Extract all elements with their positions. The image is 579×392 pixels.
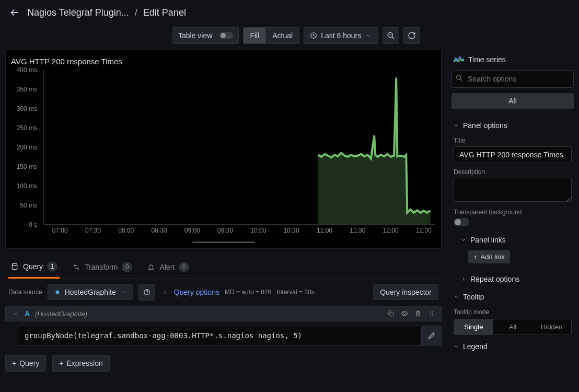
- datasource-select[interactable]: HostedGraphite: [48, 284, 133, 300]
- y-tick: 250 ms: [17, 124, 37, 132]
- back-button[interactable]: [8, 6, 21, 19]
- query-row-header: A (HostedGraphite): [5, 306, 442, 321]
- ds-help-button[interactable]: [138, 284, 155, 301]
- tab-transform[interactable]: Transform 0: [70, 257, 134, 278]
- x-tick: 11:30: [350, 227, 365, 234]
- description-field-label: Description: [454, 168, 572, 176]
- svg-point-6: [403, 313, 406, 315]
- panel-description-input[interactable]: [454, 178, 572, 202]
- y-tick: 50 ms: [20, 202, 37, 209]
- x-tick: 07:00: [52, 227, 68, 234]
- chevron-right-icon: [461, 276, 466, 282]
- md-hint: MD = auto = 826: [225, 289, 271, 296]
- y-tick: 100 ms: [17, 182, 37, 190]
- tooltip-mode-single[interactable]: Single: [454, 319, 493, 335]
- eye-icon[interactable]: [400, 309, 409, 318]
- legend-section[interactable]: Legend: [454, 340, 572, 353]
- tooltip-section[interactable]: Tooltip: [454, 291, 572, 303]
- x-tick: 08:00: [118, 227, 134, 234]
- breadcrumb-dashboard[interactable]: Nagios Telegraf Plugin...: [27, 7, 129, 18]
- svg-point-11: [430, 315, 431, 316]
- chart[interactable]: 0 s50 ms100 ms150 ms200 ms250 ms300 ms35…: [10, 70, 437, 237]
- x-tick: 12:00: [383, 227, 399, 234]
- timeseries-icon: [454, 56, 463, 63]
- time-range-picker[interactable]: Last 6 hours: [304, 27, 378, 44]
- graphite-icon: [53, 288, 62, 296]
- svg-point-10: [432, 313, 433, 314]
- plus-icon: +: [473, 253, 478, 261]
- tooltip-mode-label: Tooltip mode: [454, 308, 572, 316]
- panel-title-input[interactable]: [454, 146, 572, 163]
- toggle-off-icon: [219, 32, 233, 39]
- plus-icon: +: [12, 359, 16, 367]
- panel-links-section[interactable]: Panel links: [461, 234, 572, 246]
- add-expression-button[interactable]: + Expression: [52, 355, 109, 372]
- panel-options-section[interactable]: Panel options: [454, 119, 572, 132]
- tooltip-mode-group: SingleAllHidden: [454, 319, 572, 335]
- all-tab-button[interactable]: All: [451, 93, 574, 109]
- tooltip-mode-hidden[interactable]: Hidden: [532, 319, 571, 335]
- query-text-input[interactable]: groupByNode(telegraf.sandbox-agg-0003.HT…: [18, 326, 422, 345]
- svg-point-7: [430, 312, 431, 313]
- y-tick: 400 ms: [17, 66, 37, 74]
- viz-type-picker[interactable]: Time series: [446, 49, 579, 70]
- chevron-down-icon: [364, 31, 373, 40]
- plus-icon: +: [59, 359, 63, 367]
- title-field-label: Title: [454, 137, 572, 144]
- repeat-options-section[interactable]: Repeat options: [461, 273, 572, 285]
- y-tick: 0 s: [29, 221, 37, 228]
- refresh-button[interactable]: [403, 27, 420, 44]
- breadcrumb-page: Edit Panel: [143, 7, 186, 18]
- x-tick: 07:30: [85, 227, 101, 234]
- trash-icon[interactable]: [414, 309, 422, 318]
- drag-handle-icon[interactable]: [427, 309, 436, 318]
- chevron-down-icon: [119, 288, 128, 296]
- table-view-label: Table view: [178, 31, 212, 40]
- tab-query[interactable]: Query 1: [8, 257, 60, 279]
- y-tick: 350 ms: [17, 86, 37, 93]
- chevron-down-icon: [454, 294, 459, 299]
- actual-option[interactable]: Actual: [265, 28, 299, 43]
- y-tick: 150 ms: [17, 163, 37, 170]
- query-inspector-button[interactable]: Query inspector: [373, 284, 438, 300]
- viz-type-label: Time series: [468, 55, 506, 64]
- copy-icon[interactable]: [387, 309, 395, 318]
- x-tick: 08:30: [152, 227, 167, 234]
- x-tick: 09:30: [217, 227, 233, 234]
- table-view-toggle[interactable]: Table view: [172, 27, 239, 44]
- alert-count-badge: 0: [179, 262, 189, 272]
- chevron-right-icon[interactable]: [160, 288, 169, 296]
- query-tabs: Query 1 Transform 0 Alert 0: [5, 254, 442, 279]
- breadcrumb: Nagios Telegraf Plugin... / Edit Panel: [27, 7, 186, 18]
- options-search-input[interactable]: [451, 70, 574, 88]
- bell-icon: [147, 263, 155, 271]
- fill-option[interactable]: Fill: [244, 28, 265, 43]
- svg-point-2: [12, 263, 17, 266]
- fill-actual-toggle: Fill Actual: [243, 27, 299, 44]
- x-tick: 11:00: [317, 227, 332, 234]
- svg-point-13: [457, 75, 461, 79]
- query-ref-id[interactable]: A: [25, 309, 30, 318]
- add-link-button[interactable]: + Add link: [468, 250, 510, 263]
- chevron-down-icon: [454, 344, 459, 349]
- x-tick: 12:30: [416, 227, 432, 234]
- panel-title: AVG HTTP 200 response Times: [11, 57, 436, 66]
- svg-point-9: [430, 313, 431, 314]
- y-tick: 200 ms: [17, 144, 37, 151]
- transparent-bg-toggle[interactable]: [454, 218, 469, 226]
- tab-alert[interactable]: Alert 0: [145, 257, 191, 278]
- svg-point-12: [432, 315, 433, 316]
- zoom-out-button[interactable]: [383, 27, 399, 44]
- database-icon: [10, 262, 19, 271]
- x-tick: 10:00: [250, 227, 266, 234]
- query-count-badge: 1: [47, 261, 57, 272]
- tooltip-mode-all[interactable]: All: [493, 319, 532, 335]
- scroll-indicator[interactable]: [192, 241, 255, 243]
- query-options-toggle[interactable]: Query options: [174, 288, 219, 296]
- chevron-down-icon[interactable]: [11, 309, 19, 318]
- svg-rect-5: [390, 313, 393, 316]
- transform-count-badge: 0: [122, 262, 132, 272]
- add-query-button[interactable]: + Query: [5, 355, 46, 372]
- query-edit-button[interactable]: [422, 326, 442, 345]
- breadcrumb-sep: /: [135, 7, 137, 18]
